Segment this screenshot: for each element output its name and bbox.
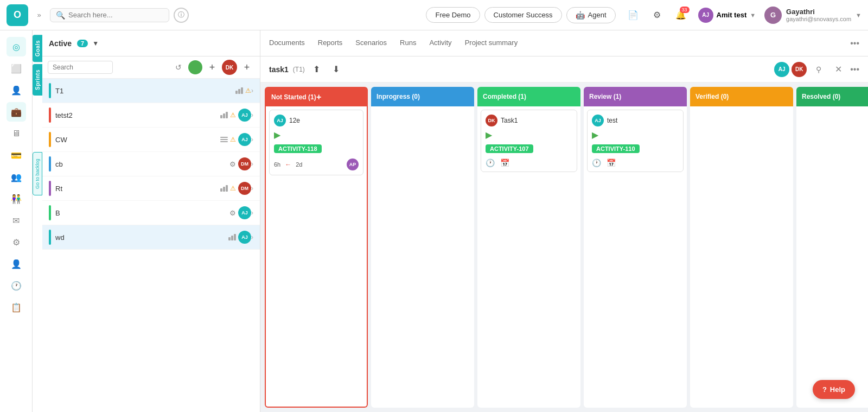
sprint-item-t1[interactable]: T1 ⚠ ›	[42, 79, 260, 103]
sidebar-icon-briefcase[interactable]: 💼	[7, 102, 26, 122]
tab-documents[interactable]: Documents	[269, 31, 305, 55]
kanban-card-12e[interactable]: AJ 12e ▶ ACTIVITY-118 6h ← 2d	[269, 110, 363, 175]
card-name-12e: 12e	[289, 117, 300, 124]
toolbar-avatar-aj[interactable]: AJ	[774, 62, 789, 77]
sprint-avatar-aj: AJ	[238, 109, 251, 122]
backlog-tab[interactable]: Go to backlog	[33, 152, 42, 195]
sprint-color-bar	[49, 132, 51, 147]
sprint-chevron-t1: ›	[251, 87, 253, 94]
goals-tab[interactable]: Goals	[33, 35, 42, 62]
kanban-columns: Not Started (1) + AJ 12e ▶ ACTIVITY-118	[260, 83, 868, 412]
kanban-card-task1[interactable]: DK Task1 ▶ ACTIVITY-107 🕐 📅	[481, 110, 577, 172]
sidebar-icon-group[interactable]: 👫	[7, 189, 26, 208]
sidebar-icon-report[interactable]: 📋	[7, 297, 26, 317]
sprint-item-rt[interactable]: Rt ⚠ DM ›	[42, 176, 260, 201]
gear-icon-cb: ⚙	[229, 160, 236, 168]
sprint-item-b[interactable]: B ⚙ AJ ›	[42, 201, 260, 225]
sidebar-icon-clock[interactable]: 🕐	[7, 276, 26, 295]
activity-tag-118: ACTIVITY-118	[274, 142, 359, 155]
customer-success-button[interactable]: Customer Success	[484, 7, 562, 23]
sidebar-icon-card[interactable]: 💳	[7, 145, 26, 165]
play-button-12e[interactable]: ▶	[274, 130, 359, 140]
filter-icon[interactable]: ⚲	[811, 62, 826, 77]
add-sprint-icon[interactable]: +	[205, 60, 220, 75]
sprint-chevron-cb: ›	[251, 160, 253, 168]
play-button-task1[interactable]: ▶	[486, 130, 572, 140]
sidebar-icon-mail[interactable]: ✉	[7, 211, 26, 230]
gear-icon-b: ⚙	[229, 209, 236, 217]
col-add-not-started[interactable]: +	[316, 92, 361, 102]
col-body-review: AJ test ▶ ACTIVITY-110 🕐 📅	[584, 106, 687, 408]
sprint-sidebar: Goals Sprints Go to backlog Active 7 ▼ ↺	[33, 30, 260, 412]
help-button[interactable]: ? Help	[813, 380, 855, 399]
search-icon: 🔍	[56, 11, 65, 20]
play-button-test[interactable]: ▶	[592, 130, 679, 140]
sprint-color-bar	[49, 181, 51, 196]
tab-more-icon[interactable]: •••	[850, 39, 859, 48]
sprints-tab[interactable]: Sprints	[33, 64, 42, 96]
card-avatar-aj: AJ	[274, 115, 286, 126]
sprint-item-cw[interactable]: CW ⚠ AJ ›	[42, 128, 260, 152]
amit-test-chevron[interactable]: ▼	[750, 12, 756, 18]
refresh-icon[interactable]: ↺	[171, 60, 186, 75]
sidebar-icon-team[interactable]: 👥	[7, 167, 26, 187]
col-review: Review (1) AJ test ▶ ACTIVITY-110	[584, 87, 687, 408]
dk-avatar[interactable]: DK	[222, 60, 237, 75]
plus-user-icon[interactable]: +	[239, 60, 254, 75]
navbar: O » 🔍 ⓘ Free Demo Customer Success 🤖 Age…	[0, 0, 868, 30]
sprint-color-bar	[49, 83, 51, 98]
tab-project-summary[interactable]: Project summary	[465, 31, 518, 55]
kanban-toolbar: task1 (T1) ⬆ ⬇ AJ DK ⚲ ✕ •••	[260, 56, 868, 83]
vertical-tabs-col: Goals Sprints Go to backlog	[33, 30, 42, 412]
col-label-inprogress: Inprogress (0)	[376, 93, 469, 100]
close-filter-icon[interactable]: ✕	[831, 62, 846, 77]
sidebar-icon-person[interactable]: 👤	[7, 80, 26, 100]
global-search-input[interactable]	[68, 11, 163, 19]
calendar-icon-task1: 📅	[500, 159, 509, 167]
active-dropdown[interactable]: ▼	[92, 40, 99, 47]
active-count: 7	[77, 40, 88, 47]
sprint-avatar-dm-cb: DM	[238, 157, 251, 170]
col-header-resolved: Resolved (0)	[796, 87, 868, 106]
upload-icon[interactable]: ⬆	[309, 62, 324, 77]
sprint-item-tetst2[interactable]: tetst2 ⚠ AJ ›	[42, 103, 260, 128]
user-section[interactable]: G Gayathri gayathri@snovasys.com ▼	[764, 7, 861, 24]
toolbar-avatar-dk[interactable]: DK	[792, 62, 807, 77]
amit-test-project[interactable]: AJ Amit test ▼	[698, 8, 756, 23]
sprint-name-rt: Rt	[55, 185, 220, 193]
settings-gear-icon[interactable]: ⚙	[648, 7, 666, 24]
user-dropdown-arrow[interactable]: ▼	[856, 12, 861, 18]
sprint-search-input[interactable]	[48, 61, 113, 74]
free-demo-button[interactable]: Free Demo	[426, 7, 480, 23]
sprint-chevron-cw: ›	[251, 136, 253, 143]
status-green-dot[interactable]	[188, 60, 202, 74]
sprint-item-cb[interactable]: cb ⚙ DM ›	[42, 152, 260, 176]
info-icon[interactable]: ⓘ	[174, 8, 189, 23]
app-logo[interactable]: O	[7, 4, 28, 26]
card-time-12e: 6h	[274, 161, 280, 168]
sidebar-icon-monitor[interactable]: 🖥	[7, 124, 26, 143]
notification-bell-icon[interactable]: 🔔 33	[672, 7, 690, 24]
document-icon[interactable]: 📄	[624, 7, 642, 24]
tab-runs[interactable]: Runs	[400, 31, 416, 55]
sprint-search-bar: ↺ + DK +	[42, 56, 260, 79]
sidebar-icon-tv[interactable]: ⬜	[7, 59, 26, 78]
agent-button[interactable]: 🤖 Agent	[566, 7, 616, 23]
kanban-card-test[interactable]: AJ test ▶ ACTIVITY-110 🕐 📅	[587, 110, 684, 172]
sidebar-icon-globe[interactable]: ◎	[7, 37, 26, 56]
sprint-item-wd[interactable]: wd AJ ›	[42, 225, 260, 250]
amit-test-avatar: AJ	[698, 8, 713, 23]
tab-reports[interactable]: Reports	[318, 31, 343, 55]
col-header-verified: Verified (0)	[690, 87, 793, 106]
priority-bars-icon	[220, 185, 228, 192]
sidebar-icon-settings[interactable]: ⚙	[7, 232, 26, 252]
tab-scenarios[interactable]: Scenarios	[355, 31, 387, 55]
kanban-more-icon[interactable]: •••	[850, 65, 859, 74]
download-icon[interactable]: ⬇	[329, 62, 344, 77]
sprint-name-t1: T1	[55, 87, 235, 95]
nav-expand-icon[interactable]: »	[33, 9, 46, 22]
sidebar-icon-user-settings[interactable]: 👤	[7, 254, 26, 274]
tab-activity[interactable]: Activity	[429, 31, 451, 55]
task-id: (T1)	[293, 66, 305, 73]
warn-icon: ⚠	[230, 185, 236, 192]
